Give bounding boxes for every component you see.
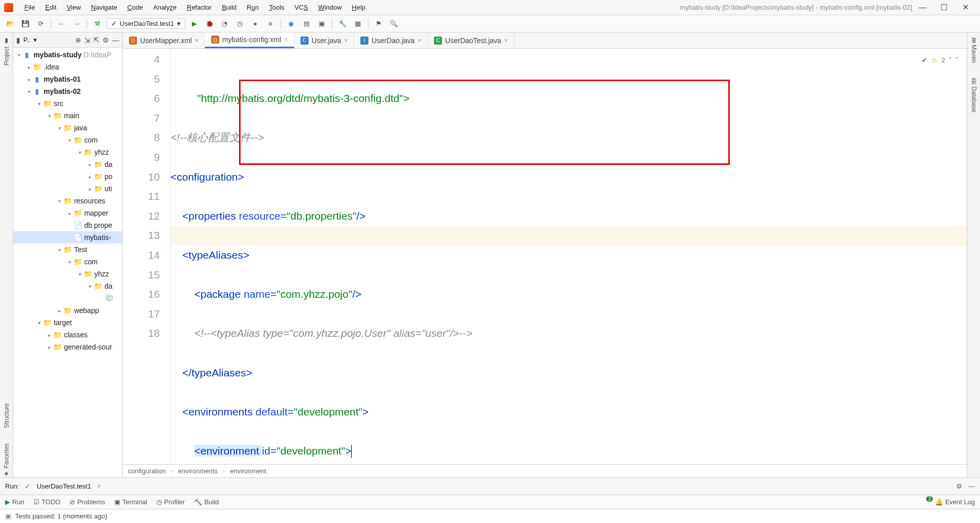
rail-database[interactable]: 🗄 Database [970, 78, 977, 113]
box-icon[interactable]: ▣ [316, 18, 328, 30]
hide-icon[interactable]: — [968, 482, 975, 490]
down-icon[interactable]: ˇ [956, 51, 958, 71]
bottom-eventlog[interactable]: 2🔔Event Log [926, 498, 975, 506]
menu-vcs[interactable]: VCS [289, 3, 313, 12]
editor-tabbar: ⟨⟩UserMapper.xml× ⟨⟩mybatis-config.xml× … [123, 32, 967, 49]
editor-inspections[interactable]: ✔ ⚠ 2 ˆ ˇ [922, 51, 958, 71]
menu-code[interactable]: Code [122, 3, 148, 12]
close-icon[interactable]: × [504, 37, 508, 44]
menubar: FFileile Edit View Navigate Code Analyze… [0, 0, 980, 15]
window-minimize-icon[interactable]: — [912, 3, 933, 12]
menu-edit[interactable]: Edit [40, 3, 61, 12]
editor-body[interactable]: 456 789 101112 131415 161718 "http://myb… [123, 49, 967, 464]
right-rail: m Maven 🗄 Database [967, 32, 980, 477]
project-icon: ▮ [16, 36, 20, 44]
warn-count: 2 [941, 51, 945, 71]
ok-icon: ✓ [25, 482, 30, 490]
ok-icon: ✓ [111, 20, 117, 27]
menu-tools[interactable]: Tools [264, 3, 289, 12]
close-icon[interactable]: × [195, 37, 198, 44]
rail-favorites[interactable]: ★ Favorites [3, 443, 10, 477]
xml-icon: ⟨⟩ [129, 37, 137, 45]
profile-icon[interactable]: ◷ [234, 18, 246, 30]
tab-mybatis-config[interactable]: ⟨⟩mybatis-config.xml× [205, 32, 294, 48]
run-panel: Run: ✓ UserDaoTest.test1 × ⚙ — [0, 477, 980, 495]
chevron-down-icon[interactable]: ▾ [33, 36, 37, 44]
code-area[interactable]: "http://mybatis.org/dtd/mybatis-3-config… [171, 49, 967, 464]
project-sidebar: ▮ P.. ▾ ⊕ ⇲ ⇱ ⚙ — ▾▮ mybatis-study D:\Id… [13, 32, 123, 477]
drawer-icon[interactable]: ▣ [5, 512, 11, 520]
toolbar: 📂 💾 ⟳ ← → ⚒ ✓ UserDaoTest.test1 ▾ ▶ 🐞 ◔ … [0, 15, 980, 32]
coverage-icon[interactable]: ◔ [219, 18, 231, 30]
bottom-run[interactable]: ▶Run [5, 498, 24, 506]
run-icon[interactable]: ▶ [188, 18, 200, 30]
tab-userdao-java[interactable]: IUserDao.java× [354, 32, 428, 48]
menu-help[interactable]: Help [347, 3, 370, 12]
left-rail: Project ▮ Structure ★ Favorites [0, 32, 13, 477]
run-config-selector[interactable]: ✓ UserDaoTest.test1 ▾ [107, 18, 185, 29]
bottom-todo[interactable]: ☑TODO [33, 498, 60, 506]
close-icon[interactable]: × [418, 37, 421, 44]
sidebar-title: P.. [23, 36, 30, 44]
bottom-toolbar: ▶Run ☑TODO ⊘Problems ▣Terminal ◷Profiler… [0, 495, 980, 509]
run-config-label: UserDaoTest.test1 [120, 20, 174, 27]
close-icon[interactable]: × [284, 36, 288, 43]
rail-project[interactable]: Project ▮ [3, 38, 10, 65]
tab-user-java[interactable]: CUser.java× [294, 32, 354, 48]
run-label: Run: [5, 482, 19, 490]
rail-maven[interactable]: m Maven [970, 38, 977, 63]
gear-icon[interactable]: ⚙ [956, 482, 962, 490]
rail-structure[interactable]: Structure [3, 403, 10, 428]
stop-icon[interactable]: ■ [264, 18, 277, 30]
menu-window[interactable]: Window [313, 3, 347, 12]
gutter[interactable]: 456 789 101112 131415 161718 [123, 49, 171, 464]
concurrent-icon[interactable]: ● [249, 18, 261, 30]
statusbar: ▣ Tests passed: 1 (moments ago) [0, 509, 980, 523]
bottom-profiler[interactable]: ◷Profiler [156, 498, 185, 506]
menu-view[interactable]: View [61, 3, 86, 12]
window-title: mybatis-study [D:\IdeaProjects\mybatis-s… [680, 4, 912, 11]
window-maximize-icon[interactable]: ☐ [933, 3, 955, 12]
project-tree[interactable]: ▾▮ mybatis-study D:\IdeaP ▸📁 .idea ▸▮ my… [13, 48, 122, 477]
run-config-name: UserDaoTest.test1 [37, 482, 91, 490]
wrench-icon[interactable]: 🔧 [336, 18, 349, 30]
up-icon[interactable]: ˆ [949, 51, 951, 71]
close-icon[interactable]: × [344, 37, 348, 44]
bottom-terminal[interactable]: ▣Terminal [114, 498, 147, 506]
bottom-build[interactable]: 🔨Build [194, 498, 219, 506]
target-icon[interactable]: ⊕ [75, 36, 81, 44]
collapse-icon[interactable]: ⇱ [93, 36, 99, 44]
expand-icon[interactable]: ⇲ [84, 36, 90, 44]
close-icon[interactable]: × [97, 482, 101, 490]
breadcrumb[interactable]: configuration› environments› environment [123, 464, 967, 477]
web-icon[interactable]: ◉ [285, 18, 297, 30]
chevron-down-icon: ▾ [177, 20, 181, 27]
menu-file[interactable]: FFileile [19, 3, 40, 12]
test-icon: C [434, 37, 442, 45]
window-close-icon[interactable]: ✕ [955, 3, 976, 12]
save-icon[interactable]: 💾 [19, 18, 31, 30]
sync-icon[interactable]: ⟳ [35, 18, 47, 30]
warning-icon: ⚠ [931, 51, 937, 71]
forward-icon[interactable]: → [71, 18, 83, 30]
check-icon: ✔ [922, 51, 927, 71]
menu-analyze[interactable]: Analyze [148, 3, 182, 12]
hide-icon[interactable]: — [112, 36, 119, 44]
tab-usermapper[interactable]: ⟨⟩UserMapper.xml× [123, 32, 205, 48]
build-icon[interactable]: ⚒ [91, 18, 104, 30]
menu-build[interactable]: Build [217, 3, 242, 12]
menu-refactor[interactable]: Refactor [182, 3, 217, 12]
menu-run[interactable]: Run [242, 3, 264, 12]
open-icon[interactable]: 📂 [4, 18, 16, 30]
java-icon: I [360, 37, 368, 45]
back-icon[interactable]: ← [55, 18, 67, 30]
menu-navigate[interactable]: Navigate [86, 3, 122, 12]
gear-icon[interactable]: ⚙ [103, 36, 109, 44]
settings-icon[interactable]: ▦ [352, 18, 364, 30]
debug-icon[interactable]: 🐞 [204, 18, 216, 30]
tab-userdaotest[interactable]: CUserDaoTest.java× [428, 32, 515, 48]
db-icon[interactable]: ▤ [300, 18, 313, 30]
flag-icon[interactable]: ⚑ [373, 18, 385, 30]
search-icon[interactable]: 🔍 [388, 18, 400, 30]
bottom-problems[interactable]: ⊘Problems [70, 498, 105, 506]
